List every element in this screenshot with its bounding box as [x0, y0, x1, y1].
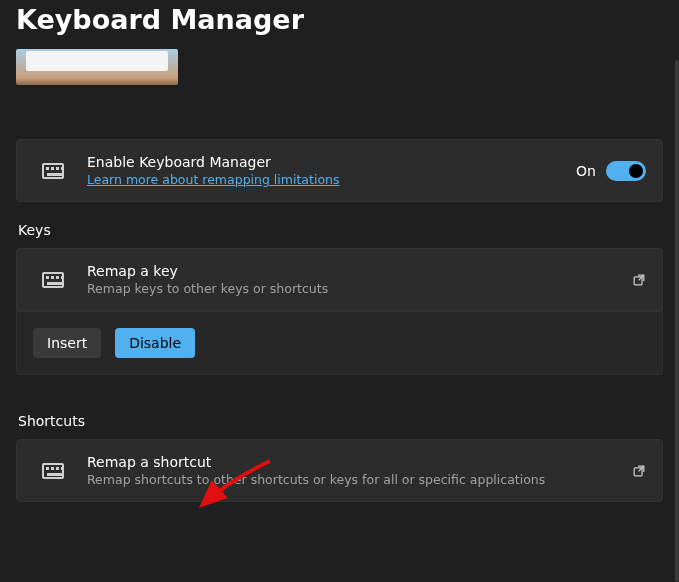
enable-keyboard-manager-card: Enable Keyboard Manager Learn more about… [16, 139, 663, 202]
section-keys-label: Keys [18, 222, 663, 238]
page-title: Keyboard Manager [0, 0, 679, 47]
keyboard-icon [42, 463, 64, 479]
keyboard-icon [42, 163, 64, 179]
open-external-icon [632, 273, 646, 287]
preview-thumbnail [16, 49, 178, 85]
key-chip-disable[interactable]: Disable [115, 328, 195, 358]
keyboard-icon [42, 272, 64, 288]
enable-toggle[interactable] [606, 161, 646, 181]
remap-shortcut-sub: Remap shortcuts to other shortcuts or ke… [87, 472, 632, 487]
remap-shortcut-title: Remap a shortcut [87, 454, 632, 470]
enable-title: Enable Keyboard Manager [87, 154, 576, 170]
remap-key-card[interactable]: Remap a key Remap keys to other keys or … [16, 248, 663, 311]
open-external-icon [632, 464, 646, 478]
learn-more-link[interactable]: Learn more about remapping limitations [87, 172, 339, 187]
remap-key-assignments: Insert Disable [16, 311, 663, 375]
remap-key-title: Remap a key [87, 263, 632, 279]
scrollbar-track[interactable] [675, 60, 679, 582]
remap-shortcut-card[interactable]: Remap a shortcut Remap shortcuts to othe… [16, 439, 663, 502]
toggle-state-label: On [576, 163, 596, 179]
section-shortcuts-label: Shortcuts [18, 413, 663, 429]
remap-key-sub: Remap keys to other keys or shortcuts [87, 281, 632, 296]
key-chip-insert[interactable]: Insert [33, 328, 101, 358]
